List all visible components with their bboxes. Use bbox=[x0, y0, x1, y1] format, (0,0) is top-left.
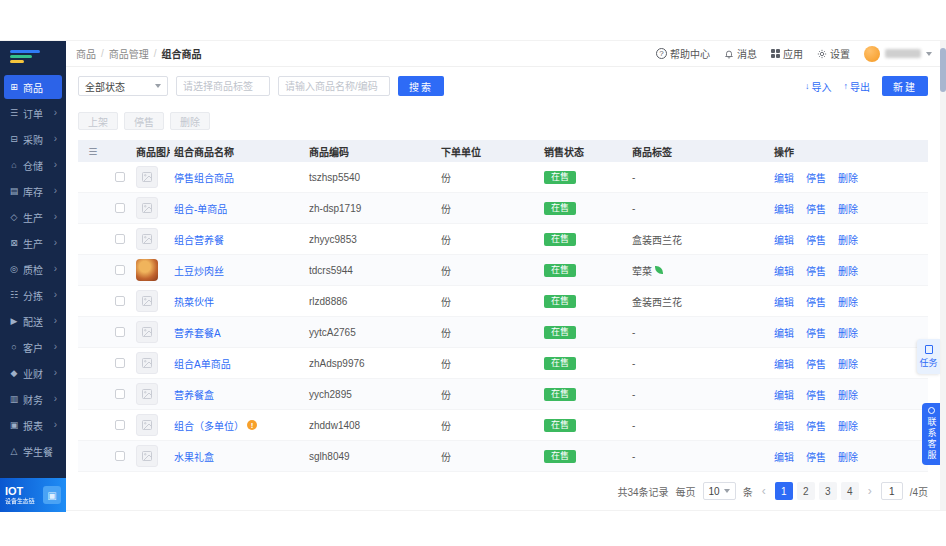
search-button[interactable]: 搜索 bbox=[398, 76, 444, 96]
sidebar-menu-item[interactable]: ▣ 报表 › bbox=[4, 413, 62, 437]
row-action-link[interactable]: 删除 bbox=[838, 356, 858, 371]
sidebar-menu-item[interactable]: ☷ 分拣 › bbox=[4, 283, 62, 307]
page-jump-input[interactable] bbox=[881, 482, 903, 500]
page-number[interactable]: 1 bbox=[775, 482, 793, 500]
row-action-link[interactable]: 删除 bbox=[838, 263, 858, 278]
sidebar-menu-item[interactable]: ◇ 生产 › bbox=[4, 205, 62, 229]
sidebar-menu-item[interactable]: ○ 客户 › bbox=[4, 335, 62, 359]
bulk-stopsale-button[interactable]: 停售 bbox=[124, 112, 164, 130]
product-name-link[interactable]: 水果礼盒 bbox=[174, 449, 214, 464]
product-name-link[interactable]: 停售组合商品 bbox=[174, 170, 234, 185]
import-button[interactable]: ↓ 导入 bbox=[805, 79, 832, 94]
scrollbar-thumb[interactable] bbox=[940, 48, 946, 92]
row-action-link[interactable]: 编辑 bbox=[774, 387, 794, 402]
sidebar-menu-item[interactable]: ☰ 订单 › bbox=[4, 101, 62, 125]
sidebar-menu-item[interactable]: ⊟ 采购 › bbox=[4, 127, 62, 151]
row-action-link[interactable]: 删除 bbox=[838, 418, 858, 433]
row-action-link[interactable]: 编辑 bbox=[774, 294, 794, 309]
sidebar-menu-item[interactable]: ⊞ 商品 › bbox=[4, 75, 62, 99]
row-checkbox[interactable] bbox=[115, 203, 125, 213]
sidebar-menu-item[interactable]: ◎ 质检 › bbox=[4, 257, 62, 281]
sidebar-menu-item[interactable]: ▤ 库存 › bbox=[4, 179, 62, 203]
row-action-link[interactable]: 停售 bbox=[806, 418, 826, 433]
row-checkbox[interactable] bbox=[115, 234, 125, 244]
row-action-link[interactable]: 编辑 bbox=[774, 263, 794, 278]
row-action-link[interactable]: 编辑 bbox=[774, 449, 794, 464]
sidebar-menu-item[interactable]: ⊠ 生产 › bbox=[4, 231, 62, 255]
prev-page-button[interactable]: ‹ bbox=[760, 484, 768, 498]
row-action-link[interactable]: 删除 bbox=[838, 232, 858, 247]
product-name-link[interactable]: 组合A单商品 bbox=[174, 356, 231, 371]
toolbar-right: ↓ 导入 ↑ 导出 新建 bbox=[805, 76, 928, 96]
breadcrumb-item[interactable]: 商品 bbox=[76, 46, 96, 61]
apps-button[interactable]: 应用 bbox=[771, 46, 803, 61]
scrollbar-track[interactable] bbox=[940, 41, 946, 510]
product-tag: - bbox=[632, 358, 635, 369]
keyword-search-input[interactable] bbox=[278, 76, 390, 96]
page-number[interactable]: 2 bbox=[797, 482, 815, 500]
row-action-link[interactable]: 删除 bbox=[838, 449, 858, 464]
sidebar-menu-item[interactable]: △ 学生餐 › bbox=[4, 439, 62, 463]
tag-filter-input[interactable] bbox=[176, 76, 270, 96]
row-action-link[interactable]: 编辑 bbox=[774, 232, 794, 247]
product-name-link[interactable]: 营养套餐A bbox=[174, 325, 221, 340]
row-action-link[interactable]: 删除 bbox=[838, 201, 858, 216]
row-checkbox[interactable] bbox=[115, 358, 125, 368]
per-page-select[interactable]: 10 bbox=[703, 482, 736, 500]
product-name-link[interactable]: 组合-单商品 bbox=[174, 201, 227, 216]
bulk-onshelf-button[interactable]: 上架 bbox=[78, 112, 118, 130]
row-action-link[interactable]: 停售 bbox=[806, 356, 826, 371]
sidebar-menu-item[interactable]: ▶ 配送 › bbox=[4, 309, 62, 333]
row-action-link[interactable]: 停售 bbox=[806, 294, 826, 309]
bulk-delete-button[interactable]: 删除 bbox=[170, 112, 210, 130]
customer-service-float-button[interactable]: 联系客服 bbox=[922, 403, 940, 465]
tasks-float-button[interactable]: 任务 bbox=[917, 339, 940, 374]
settings-button[interactable]: 设置 bbox=[817, 46, 850, 61]
row-checkbox[interactable] bbox=[115, 265, 125, 275]
user-menu[interactable] bbox=[864, 46, 932, 62]
sidebar-menu-item[interactable]: ⌂ 仓储 › bbox=[4, 153, 62, 177]
messages-button[interactable]: 消息 bbox=[724, 46, 757, 61]
product-name-link[interactable]: 土豆炒肉丝 bbox=[174, 263, 224, 278]
row-checkbox[interactable] bbox=[115, 420, 125, 430]
page-number[interactable]: 4 bbox=[841, 482, 859, 500]
row-action-link[interactable]: 删除 bbox=[838, 170, 858, 185]
app-logo bbox=[0, 41, 66, 71]
export-button[interactable]: ↑ 导出 bbox=[844, 79, 871, 94]
product-name-link[interactable]: 组合营养餐 bbox=[174, 232, 224, 247]
row-action-link[interactable]: 停售 bbox=[806, 201, 826, 216]
row-checkbox[interactable] bbox=[115, 296, 125, 306]
help-center-button[interactable]: ? 帮助中心 bbox=[656, 46, 710, 61]
row-action-link[interactable]: 编辑 bbox=[774, 201, 794, 216]
row-action-link[interactable]: 编辑 bbox=[774, 356, 794, 371]
iot-banner[interactable]: IOT 设备生态链 ▣ bbox=[0, 478, 66, 512]
row-action-link[interactable]: 编辑 bbox=[774, 325, 794, 340]
row-action-link[interactable]: 停售 bbox=[806, 170, 826, 185]
row-action-link[interactable]: 停售 bbox=[806, 387, 826, 402]
next-page-button[interactable]: › bbox=[866, 484, 874, 498]
row-checkbox[interactable] bbox=[115, 389, 125, 399]
row-action-link[interactable]: 删除 bbox=[838, 325, 858, 340]
status-filter-select[interactable]: 全部状态 bbox=[78, 76, 168, 96]
page-number[interactable]: 3 bbox=[819, 482, 837, 500]
create-button[interactable]: 新建 bbox=[882, 76, 928, 96]
row-action-link[interactable]: 删除 bbox=[838, 387, 858, 402]
product-name-link[interactable]: 营养餐盒 bbox=[174, 387, 214, 402]
sidebar-menu-item[interactable]: ◆ 业财 › bbox=[4, 361, 62, 385]
row-action-link[interactable]: 停售 bbox=[806, 263, 826, 278]
product-tag: 盒装西兰花 bbox=[632, 232, 682, 247]
product-name-link[interactable]: 热菜伙伴 bbox=[174, 294, 214, 309]
row-checkbox[interactable] bbox=[115, 451, 125, 461]
breadcrumb-item[interactable]: 商品管理 bbox=[109, 46, 149, 61]
sidebar-menu-item[interactable]: ▥ 财务 › bbox=[4, 387, 62, 411]
row-action-link[interactable]: 停售 bbox=[806, 232, 826, 247]
row-action-link[interactable]: 停售 bbox=[806, 325, 826, 340]
row-checkbox[interactable] bbox=[115, 327, 125, 337]
row-action-link[interactable]: 编辑 bbox=[774, 170, 794, 185]
row-checkbox[interactable] bbox=[115, 172, 125, 182]
row-action-link[interactable]: 删除 bbox=[838, 294, 858, 309]
row-action-link[interactable]: 编辑 bbox=[774, 418, 794, 433]
product-name-link[interactable]: 组合（多单位） bbox=[174, 418, 244, 433]
list-settings-icon[interactable]: ☰ bbox=[89, 146, 98, 157]
row-action-link[interactable]: 停售 bbox=[806, 449, 826, 464]
